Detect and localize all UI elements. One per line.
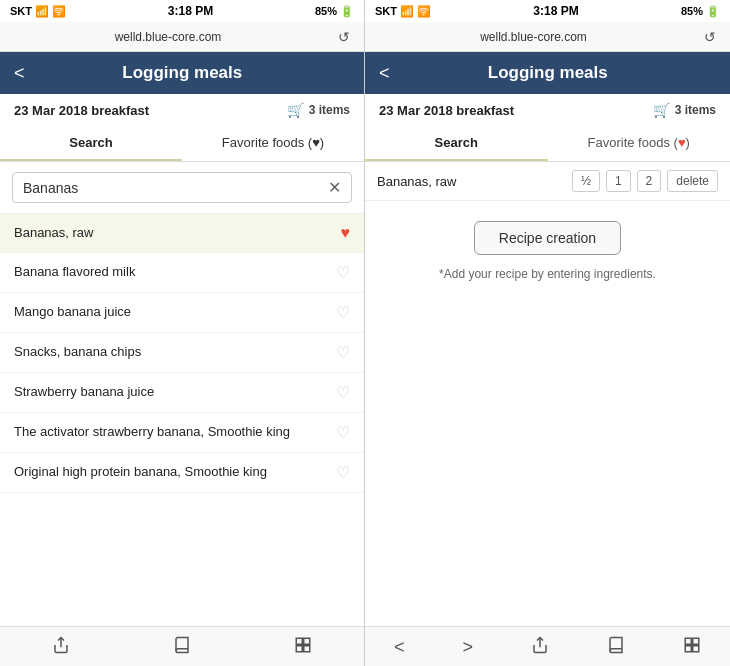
left-tab-search[interactable]: Search bbox=[0, 126, 182, 161]
left-food-item-3[interactable]: Snacks, banana chips ♡ bbox=[0, 333, 364, 373]
right-tab-favorites[interactable]: Favorite foods (♥) bbox=[548, 126, 731, 161]
right-phone-panel: SKT 📶 🛜 3:18 PM 85% 🔋 welld.blue-core.co… bbox=[365, 0, 730, 666]
left-wifi-icon: 🛜 bbox=[52, 5, 66, 18]
left-url-bar: welld.blue-core.com ↺ bbox=[0, 22, 364, 52]
left-food-item-5[interactable]: The activator strawberry banana, Smoothi… bbox=[0, 413, 364, 453]
left-carrier: SKT bbox=[10, 5, 32, 17]
left-heart-icon-4[interactable]: ♡ bbox=[336, 383, 350, 402]
left-food-item-1[interactable]: Banana flavored milk ♡ bbox=[0, 253, 364, 293]
right-header-title: Logging meals bbox=[398, 63, 698, 83]
right-bottom-nav: < > bbox=[365, 626, 730, 666]
right-items-badge: 🛒 3 items bbox=[653, 102, 716, 118]
left-signal-icon: 📶 bbox=[35, 5, 49, 18]
right-reload-button[interactable]: ↺ bbox=[700, 29, 720, 45]
left-food-name-4: Strawberry banana juice bbox=[14, 384, 336, 401]
right-unit-badge[interactable]: ½ bbox=[572, 170, 600, 192]
right-status-bar: SKT 📶 🛜 3:18 PM 85% 🔋 bbox=[365, 0, 730, 22]
left-meal-date: 23 Mar 2018 breakfast bbox=[14, 103, 149, 118]
left-clear-button[interactable]: ✕ bbox=[328, 178, 341, 197]
left-heart-icon-2[interactable]: ♡ bbox=[336, 303, 350, 322]
svg-rect-9 bbox=[693, 646, 699, 652]
right-url-bar: welld.blue-core.com ↺ bbox=[365, 22, 730, 52]
left-food-item-6[interactable]: Original high protein banana, Smoothie k… bbox=[0, 453, 364, 493]
left-status-left: SKT 📶 🛜 bbox=[10, 5, 66, 18]
right-spacer bbox=[365, 301, 730, 626]
left-status-bar: SKT 📶 🛜 3:18 PM 85% 🔋 bbox=[0, 0, 364, 22]
right-battery-pct: 85% bbox=[681, 5, 703, 17]
left-nav-tabs[interactable] bbox=[284, 634, 322, 661]
right-nav-tabs[interactable] bbox=[675, 634, 709, 661]
right-nav-share[interactable] bbox=[523, 634, 557, 661]
left-app-header: < Logging meals bbox=[0, 52, 364, 94]
right-qty2-badge[interactable]: 2 bbox=[637, 170, 662, 192]
left-url-text: welld.blue-core.com bbox=[10, 30, 326, 44]
left-food-name-5: The activator strawberry banana, Smoothi… bbox=[14, 424, 336, 441]
right-basket-icon: 🛒 bbox=[653, 102, 670, 118]
right-nav-forward[interactable]: > bbox=[454, 635, 481, 660]
svg-rect-1 bbox=[297, 638, 303, 644]
left-status-right: 85% 🔋 bbox=[315, 5, 354, 18]
svg-rect-2 bbox=[304, 638, 310, 644]
left-time: 3:18 PM bbox=[168, 4, 213, 18]
left-phone-panel: SKT 📶 🛜 3:18 PM 85% 🔋 welld.blue-core.co… bbox=[0, 0, 365, 666]
right-battery-icon: 🔋 bbox=[706, 5, 720, 18]
left-food-item-0[interactable]: Bananas, raw ♥ bbox=[0, 214, 364, 253]
right-app-header: < Logging meals bbox=[365, 52, 730, 94]
left-basket-icon: 🛒 bbox=[287, 102, 304, 118]
svg-rect-6 bbox=[685, 638, 691, 644]
right-carrier: SKT bbox=[375, 5, 397, 17]
right-tabs: Search Favorite foods (♥) bbox=[365, 126, 730, 162]
left-food-name-1: Banana flavored milk bbox=[14, 264, 336, 281]
right-nav-book[interactable] bbox=[599, 634, 633, 661]
left-food-list: Bananas, raw ♥ Banana flavored milk ♡ Ma… bbox=[0, 214, 364, 626]
left-reload-button[interactable]: ↺ bbox=[334, 29, 354, 45]
left-heart-icon-1[interactable]: ♡ bbox=[336, 263, 350, 282]
svg-rect-8 bbox=[685, 646, 691, 652]
right-items-count: 3 items bbox=[675, 103, 716, 117]
right-delete-button[interactable]: delete bbox=[667, 170, 718, 192]
left-heart-icon-6[interactable]: ♡ bbox=[336, 463, 350, 482]
left-search-area: ✕ bbox=[0, 162, 364, 214]
left-heart-icon-0[interactable]: ♥ bbox=[341, 224, 351, 242]
right-added-food-name: Bananas, raw bbox=[377, 174, 566, 189]
svg-rect-4 bbox=[304, 646, 310, 652]
right-time: 3:18 PM bbox=[533, 4, 578, 18]
left-back-button[interactable]: < bbox=[14, 63, 25, 84]
right-back-button[interactable]: < bbox=[379, 63, 390, 84]
right-tab-search[interactable]: Search bbox=[365, 126, 548, 161]
right-status-left: SKT 📶 🛜 bbox=[375, 5, 431, 18]
left-search-input[interactable] bbox=[23, 180, 328, 196]
right-qty1-badge[interactable]: 1 bbox=[606, 170, 631, 192]
svg-rect-7 bbox=[693, 638, 699, 644]
right-recipe-hint: *Add your recipe by entering ingredients… bbox=[439, 267, 656, 281]
right-nav-back[interactable]: < bbox=[386, 635, 413, 660]
left-food-item-4[interactable]: Strawberry banana juice ♡ bbox=[0, 373, 364, 413]
left-tabs: Search Favorite foods (♥) bbox=[0, 126, 364, 162]
svg-rect-3 bbox=[297, 646, 303, 652]
left-tab-favorites[interactable]: Favorite foods (♥) bbox=[182, 126, 364, 161]
left-meal-info: 23 Mar 2018 breakfast 🛒 3 items bbox=[0, 94, 364, 126]
left-food-item-2[interactable]: Mango banana juice ♡ bbox=[0, 293, 364, 333]
left-heart-icon-5[interactable]: ♡ bbox=[336, 423, 350, 442]
left-items-badge: 🛒 3 items bbox=[287, 102, 350, 118]
left-food-name-6: Original high protein banana, Smoothie k… bbox=[14, 464, 336, 481]
left-food-name-2: Mango banana juice bbox=[14, 304, 336, 321]
right-meal-date: 23 Mar 2018 breakfast bbox=[379, 103, 514, 118]
left-bottom-nav bbox=[0, 626, 364, 666]
left-heart-icon-3[interactable]: ♡ bbox=[336, 343, 350, 362]
right-recipe-button[interactable]: Recipe creation bbox=[474, 221, 621, 255]
right-wifi-icon: 🛜 bbox=[417, 5, 431, 18]
left-nav-book[interactable] bbox=[163, 634, 201, 661]
left-battery-pct: 85% bbox=[315, 5, 337, 17]
left-food-name-0: Bananas, raw bbox=[14, 225, 341, 242]
right-added-food-row: Bananas, raw ½ 1 2 delete bbox=[365, 162, 730, 201]
left-nav-share[interactable] bbox=[42, 634, 80, 661]
right-signal-icon: 📶 bbox=[400, 5, 414, 18]
left-items-count: 3 items bbox=[309, 103, 350, 117]
left-search-wrap: ✕ bbox=[12, 172, 352, 203]
left-header-title: Logging meals bbox=[33, 63, 332, 83]
right-meal-info: 23 Mar 2018 breakfast 🛒 3 items bbox=[365, 94, 730, 126]
right-recipe-area: Recipe creation *Add your recipe by ente… bbox=[365, 201, 730, 301]
right-url-text: welld.blue-core.com bbox=[375, 30, 692, 44]
left-battery-icon: 🔋 bbox=[340, 5, 354, 18]
